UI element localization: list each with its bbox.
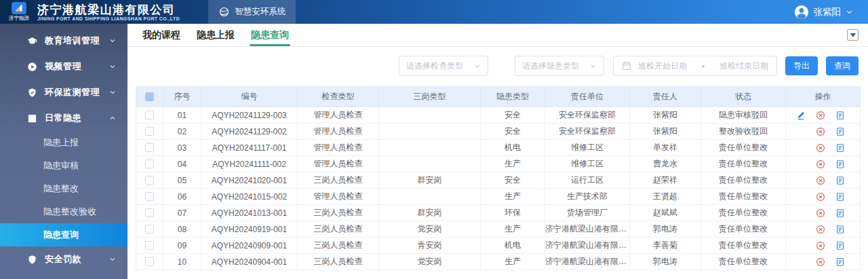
query-button[interactable]: 查询 [826, 56, 859, 75]
cell-select [136, 140, 163, 156]
cell-seq: 04 [163, 156, 201, 172]
reject-icon[interactable] [816, 241, 825, 250]
detail-icon[interactable] [835, 241, 845, 250]
detail-icon[interactable] [835, 225, 845, 234]
cell-post-type [379, 140, 481, 156]
cell-check-type: 三岗人员检查 [298, 221, 379, 238]
date-range-input[interactable]: 巡检开始日期 - 巡检结束日期 [613, 56, 777, 76]
cell-seq: 08 [163, 221, 201, 238]
sidebar-subitem-hazard-query[interactable]: 隐患查询 [0, 223, 127, 246]
tab-hazard-query[interactable]: 隐患查询 [250, 24, 290, 46]
column-header: 操作 [786, 87, 861, 107]
reject-icon[interactable] [816, 257, 825, 267]
filter-bar: 请选择检查类型 请选择隐患类型 巡检开始日期 - 巡检结束日期 导出 查询 [127, 47, 868, 86]
row-checkbox[interactable] [145, 225, 154, 234]
column-header: 三岗类型 [379, 87, 481, 107]
reject-icon[interactable] [816, 160, 825, 169]
cell-person: 郭电涛 [630, 254, 701, 270]
row-checkbox[interactable] [145, 143, 154, 152]
row-checkbox[interactable] [145, 241, 154, 250]
row-checkbox[interactable] [145, 111, 154, 119]
system-tab[interactable]: 智慧安环系统 [208, 0, 296, 24]
reject-icon[interactable] [816, 208, 825, 218]
sidebar-subitem-hazard-rectify-accept[interactable]: 隐患整改验收 [0, 200, 127, 223]
detail-icon[interactable] [835, 176, 845, 185]
cell-code: AQYH20241020-001 [201, 172, 298, 189]
collapse-panel-button[interactable] [847, 29, 859, 41]
cell-select [136, 107, 163, 124]
detail-icon[interactable] [835, 143, 845, 153]
detail-icon[interactable] [835, 208, 845, 218]
reject-icon[interactable] [816, 111, 825, 120]
logo-caption: 济宁能源 [9, 15, 29, 22]
sidebar-item-video[interactable]: 视频管理 [0, 54, 127, 79]
sidebar-item-safety-fine[interactable]: 安全罚款 [0, 246, 127, 272]
cell-seq: 02 [163, 124, 201, 140]
cell-operations [786, 189, 861, 205]
cell-hazard-type: 环保 [481, 205, 545, 221]
cell-post-type [379, 107, 481, 124]
row-checkbox[interactable] [145, 127, 154, 136]
cell-hazard-type: 机电 [481, 140, 545, 156]
cell-operations [786, 221, 861, 238]
cell-seq: 10 [163, 254, 201, 270]
cell-hazard-type: 机电 [481, 238, 545, 254]
cell-unit: 济宁港航梁山港有限公司 [545, 221, 630, 238]
hazard-type-select[interactable]: 请选择隐患类型 [515, 56, 604, 76]
cell-unit: 安全环保监察部 [545, 124, 630, 140]
system-tab-label: 智慧安环系统 [235, 6, 285, 18]
detail-icon[interactable] [835, 160, 845, 169]
export-button[interactable]: 导出 [785, 56, 818, 75]
column-header: 序号 [163, 87, 201, 107]
shield-icon [27, 255, 37, 265]
cell-hazard-type: 生产 [481, 189, 545, 205]
detail-icon[interactable] [835, 111, 845, 120]
check-type-select[interactable]: 请选择检查类型 [399, 56, 488, 76]
cell-check-type: 管理人员检查 [298, 107, 379, 124]
detail-icon[interactable] [835, 257, 845, 267]
cell-seq: 06 [163, 189, 201, 205]
reject-icon[interactable] [816, 176, 825, 185]
sidebar-item-daily-hazard[interactable]: 日常隐患 [0, 105, 127, 131]
select-all-checkbox[interactable] [145, 92, 154, 101]
cell-operations [786, 156, 861, 172]
cell-select [136, 238, 163, 254]
cell-seq: 05 [163, 172, 201, 189]
cell-select [136, 254, 163, 270]
company-title: 济宁港航梁山港有限公司 JINING PORT AND SHIPPING LIA… [37, 3, 180, 21]
cell-status: 责任单位整改 [701, 172, 786, 189]
row-checkbox[interactable] [145, 192, 154, 201]
sidebar: 教育培训管理 视频管理 环保监测管理 日常隐患 隐患上报 [0, 24, 127, 279]
cell-operations [786, 124, 861, 140]
cell-person: 赵荣祥 [630, 172, 701, 189]
cell-post-type: 党安岗 [379, 221, 481, 238]
detail-icon[interactable] [835, 127, 845, 136]
row-checkbox[interactable] [145, 208, 154, 217]
user-menu[interactable]: 张紫阳 [794, 5, 854, 20]
sidebar-subitem-hazard-report[interactable]: 隐患上报 [0, 131, 127, 154]
row-checkbox[interactable] [145, 160, 154, 168]
cell-unit: 货场管理厂 [545, 205, 630, 221]
reject-icon[interactable] [816, 127, 825, 136]
tab-my-courses[interactable]: 我的课程 [141, 24, 182, 46]
column-header: 编号 [201, 87, 298, 107]
reject-icon[interactable] [816, 225, 825, 234]
row-checkbox[interactable] [145, 257, 154, 266]
cell-code: AQYH20240919-001 [201, 221, 298, 238]
cell-status: 责任单位整改 [701, 221, 786, 238]
tab-hazard-report[interactable]: 隐患上报 [195, 24, 236, 46]
reject-icon[interactable] [816, 143, 825, 153]
cell-check-type: 管理人员检查 [298, 124, 379, 140]
cell-code: AQYH20240904-001 [201, 254, 298, 270]
row-checkbox[interactable] [145, 176, 154, 185]
detail-icon[interactable] [835, 192, 845, 202]
daily-hazard-submenu: 隐患上报 隐患审核 隐患整改 隐患整改验收 隐患查询 [0, 131, 127, 246]
sidebar-subitem-hazard-review[interactable]: 隐患审核 [0, 154, 127, 177]
cell-unit: 济宁港航梁山港有限公司 [545, 238, 630, 254]
reject-icon[interactable] [816, 192, 825, 202]
sidebar-subitem-hazard-rectify[interactable]: 隐患整改 [0, 177, 127, 200]
sidebar-item-speed-alert[interactable]: 超速告警管理 [0, 272, 127, 279]
sidebar-item-education-training[interactable]: 教育培训管理 [0, 28, 127, 54]
edit-icon[interactable] [796, 111, 806, 120]
sidebar-item-env-monitoring[interactable]: 环保监测管理 [0, 79, 127, 105]
